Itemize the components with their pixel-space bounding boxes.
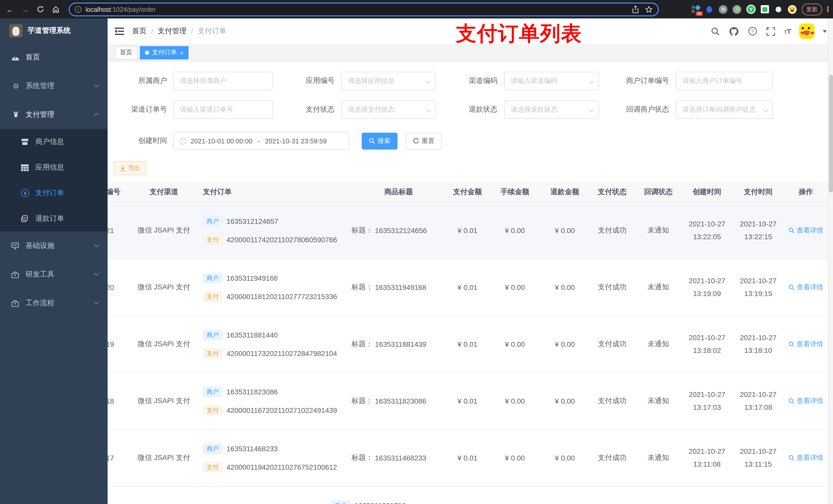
browser-forward-icon[interactable]: → bbox=[20, 4, 31, 15]
pay-clock: 13:19:15 bbox=[744, 287, 772, 300]
extension-squares-icon[interactable]: 10 bbox=[691, 5, 700, 14]
extension-y-icon[interactable]: Y bbox=[746, 5, 756, 14]
active-dot-icon bbox=[145, 50, 149, 54]
breadcrumb-payment[interactable]: 支付管理 bbox=[158, 27, 187, 36]
date-end: 2021-10-31 23:59:59 bbox=[265, 137, 327, 145]
extension-chat-icon[interactable] bbox=[760, 5, 769, 14]
extension-command-icon[interactable]: ⌘ bbox=[719, 5, 728, 14]
sidebar-item-pay-order[interactable]: ¥ 支付订单 bbox=[0, 180, 108, 206]
channel-order-filter-input[interactable]: 请输入渠道订单号 bbox=[173, 100, 273, 119]
magnifier-icon bbox=[788, 227, 794, 234]
channel-code-filter-select[interactable]: 请输入渠道编码 bbox=[504, 72, 599, 90]
sidebar-item-refund-order[interactable]: 退款订单 bbox=[0, 206, 108, 232]
sidebar-logo[interactable]: 芋道管理系统 bbox=[0, 19, 108, 43]
fee-amount: ¥ 0.00 bbox=[489, 397, 541, 405]
view-detail-link[interactable]: 查看详情 bbox=[784, 340, 828, 349]
export-button-label: 导出 bbox=[128, 164, 140, 173]
sidebar-item-workflow[interactable]: 工作流程 bbox=[0, 289, 108, 317]
extensions-puzzle-icon[interactable] bbox=[774, 5, 783, 14]
extension-green-dot-icon[interactable] bbox=[733, 5, 742, 14]
toolbox-icon bbox=[11, 271, 21, 278]
placeholder: 请选择退款状态 bbox=[511, 105, 557, 114]
table-row: 20 微信 JSAPI 支付 商户 1635311949168 支付 42000… bbox=[108, 259, 828, 316]
sidebar: 芋道管理系统 首页 ⚙ 系统管理 ¥ 支付管理 商户信息 bbox=[0, 19, 108, 504]
search-button[interactable]: 搜索 bbox=[362, 133, 398, 149]
col-pay-status: 支付状态 bbox=[589, 187, 635, 196]
chevron-down-icon bbox=[94, 271, 99, 276]
close-icon[interactable]: × bbox=[180, 49, 184, 55]
avatar[interactable] bbox=[799, 24, 814, 39]
breadcrumb-separator: / bbox=[191, 27, 193, 35]
view-detail-link[interactable]: 查看详情 bbox=[784, 397, 828, 406]
magnifier-icon bbox=[788, 284, 794, 290]
scrollbar-thumb[interactable] bbox=[829, 75, 833, 193]
browser-update-button[interactable]: 更新 bbox=[802, 3, 822, 15]
view-detail-link[interactable]: 查看详情 bbox=[784, 226, 828, 235]
create-time-range-input[interactable]: 2021-10-01 00:00:00 - 2021-10-31 23:59:5… bbox=[173, 131, 349, 150]
merchant-order-no: 1635311881440 bbox=[227, 331, 278, 339]
extension-balloon-icon[interactable] bbox=[705, 5, 714, 14]
app-filter-select[interactable]: 请选择应用信息 bbox=[341, 72, 436, 90]
tab-home[interactable]: 首页 bbox=[115, 46, 137, 59]
sidebar-item-devtools[interactable]: 研发工具 bbox=[0, 260, 108, 289]
tab-pay-order[interactable]: 支付订单 × bbox=[140, 46, 189, 59]
page-scrollbar[interactable] bbox=[828, 19, 833, 504]
site-info-icon[interactable]: i bbox=[75, 6, 81, 13]
search-icon[interactable] bbox=[710, 26, 720, 37]
table-row: 21 微信 JSAPI 支付 商户 1635312124657 支付 42000… bbox=[108, 202, 828, 259]
screen: ← → i localhost:1024/pay/order bbox=[0, 0, 833, 504]
pay-status-filter-select[interactable]: 请选择支付状态 bbox=[341, 100, 436, 119]
sidebar-item-infra[interactable]: 基础设施 bbox=[0, 232, 108, 260]
merchant-tag: 商户 bbox=[203, 387, 222, 397]
help-icon[interactable]: ? bbox=[747, 26, 757, 37]
table-row-partial: 商户 1635311351796 bbox=[108, 486, 828, 504]
breadcrumb-separator: / bbox=[151, 27, 153, 35]
clock-icon bbox=[180, 138, 187, 144]
merchant-order-filter-input[interactable]: 请输入商户订单编号 bbox=[676, 72, 773, 90]
bookmark-star-icon[interactable] bbox=[645, 6, 653, 13]
sidebar-fold-icon[interactable] bbox=[115, 28, 124, 35]
placeholder: 请选择所属商户 bbox=[180, 76, 227, 86]
callback-status-filter-select[interactable]: 请选择订单回调商户状态 bbox=[676, 100, 773, 119]
browser-home-icon[interactable] bbox=[50, 4, 62, 15]
view-detail-link[interactable]: 查看详情 bbox=[784, 283, 828, 292]
breadcrumb-home[interactable]: 首页 bbox=[132, 27, 146, 36]
sidebar-item-payment[interactable]: ¥ 支付管理 bbox=[0, 100, 108, 129]
pay-channel: 微信 JSAPI 支付 bbox=[128, 283, 200, 292]
pay-tag: 支付 bbox=[203, 235, 222, 245]
pay-clock: 13:17:08 bbox=[744, 401, 772, 414]
url-bar[interactable]: i localhost:1024/pay/order bbox=[69, 3, 659, 16]
order-id: 19 bbox=[108, 340, 114, 348]
font-size-icon[interactable]: TT bbox=[784, 27, 791, 35]
refund-amount: ¥ 0.00 bbox=[541, 454, 589, 462]
sidebar-item-merchant-info[interactable]: 商户信息 bbox=[0, 129, 108, 155]
github-icon[interactable] bbox=[729, 26, 739, 37]
create-clock: 13:11:08 bbox=[693, 458, 721, 471]
merchant-filter-input[interactable]: 请选择所属商户 bbox=[173, 72, 273, 90]
sidebar-item-home[interactable]: 首页 bbox=[0, 43, 108, 72]
create-clock: 13:19:09 bbox=[693, 287, 721, 300]
shop-icon bbox=[21, 138, 30, 145]
product-title: 1635311823086 bbox=[375, 397, 426, 405]
magnifier-icon bbox=[788, 398, 794, 404]
sidebar-item-system[interactable]: ⚙ 系统管理 bbox=[0, 72, 108, 100]
placeholder: 请选择支付状态 bbox=[348, 105, 395, 114]
caret-down-icon[interactable] bbox=[823, 30, 827, 32]
refund-status-filter-select[interactable]: 请选择退款状态 bbox=[504, 100, 599, 119]
sidebar-item-app-info[interactable]: 应用信息 bbox=[0, 155, 108, 180]
product-title: 1635312124656 bbox=[375, 226, 427, 235]
pay-clock: 13:22:15 bbox=[744, 231, 772, 243]
share-icon[interactable] bbox=[632, 6, 639, 13]
reset-button[interactable]: 重置 bbox=[406, 133, 442, 149]
browser-back-icon[interactable]: ← bbox=[4, 4, 15, 15]
fullscreen-icon[interactable] bbox=[766, 26, 776, 37]
profile-emoji-icon[interactable] bbox=[788, 5, 797, 14]
monitor-icon bbox=[11, 242, 21, 249]
export-button[interactable]: 导出 bbox=[114, 161, 146, 175]
browser-reload-icon[interactable] bbox=[35, 4, 46, 15]
pay-status: 支付成功 bbox=[589, 453, 635, 462]
col-title: 商品标题 bbox=[348, 187, 446, 196]
logo-image bbox=[9, 24, 23, 38]
browser-menu-icon[interactable]: ••• bbox=[827, 6, 829, 12]
view-detail-link[interactable]: 查看详情 bbox=[784, 453, 828, 462]
